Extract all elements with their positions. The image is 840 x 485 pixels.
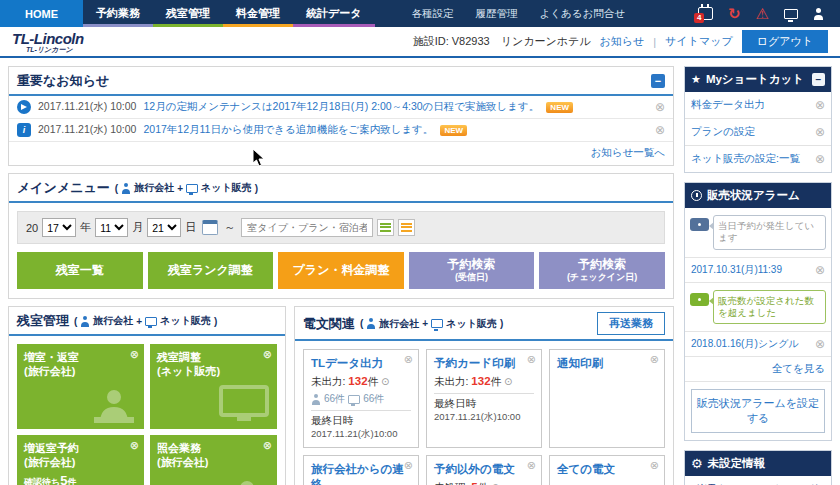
tab-home[interactable]: HOME (0, 0, 83, 27)
add-return-reservation-tile[interactable]: ⊗ 増返室予約 (旅行会社) 確認待ち5件 失敗待ち1件 (17, 435, 144, 485)
sidebar: ★ Myショートカット − 料金データ出力 ⊗ プランの設定 ⊗ ネット販売の設… (684, 66, 832, 485)
collapse-button[interactable]: − (812, 73, 825, 86)
close-icon[interactable]: ⊗ (263, 438, 272, 452)
unset-info-item[interactable]: ■楽天トラベルのパスワード有効期限切れまで後3日です。有効期限が切れるとサイトコ… (685, 476, 831, 485)
refresh-mini-icon[interactable]: ⊙ (504, 376, 512, 387)
tilde-label: ～ (224, 220, 235, 235)
plan-rate-adjust-button[interactable]: プラン・料金調整 (278, 252, 404, 289)
refresh-icon[interactable]: ↻ (728, 6, 741, 21)
inquiry-tasks-tile[interactable]: ⊗ 照会業務 (旅行会社) (150, 435, 277, 485)
monitor-icon[interactable] (784, 9, 798, 19)
logout-button[interactable]: ログアウト (742, 30, 828, 53)
user-icon[interactable] (813, 8, 824, 20)
gear-icon: ⚙ (691, 457, 703, 470)
warning-icon[interactable]: ⚠ (756, 6, 769, 21)
close-icon[interactable]: ⊗ (815, 126, 825, 138)
sales-group-label: ( 旅行会社 + ネット販売 ) (74, 314, 217, 328)
close-icon[interactable]: ⊗ (815, 153, 825, 165)
search-input[interactable] (241, 218, 373, 237)
important-notices-panel: 重要なお知らせ − 2017.11.21(水) 10:00 12月の定期メンテナ… (8, 66, 674, 166)
room-adjust-tile[interactable]: ⊗ 残室調整 (ネット販売) (150, 344, 277, 429)
close-icon[interactable]: ⊗ (527, 353, 536, 366)
close-icon[interactable]: ⊗ (404, 459, 413, 472)
card-title-link[interactable]: 全ての電文 (557, 462, 657, 477)
notices-header: 重要なお知らせ − (9, 67, 673, 96)
close-icon[interactable]: ⊗ (650, 353, 659, 366)
sitemap-link[interactable]: サイトマップ (665, 34, 733, 49)
tab-statistics[interactable]: 統計データ (293, 0, 375, 27)
card-title-link[interactable]: 旅行会社からの連絡 (311, 462, 411, 485)
sales-alarm-panel: 販売状況アラーム 当日予約が発生しています 2017.10.31(月)11:39… (684, 182, 832, 441)
non-reservation-telegram-card: ⊗ 予約以外の電文 未処理: 5件 ⊙ (426, 455, 542, 485)
notice-date: 2017.11.21(水) 10:00 (38, 123, 136, 137)
nav-spacer (375, 0, 401, 27)
travel-agent-icon (366, 318, 376, 329)
close-icon[interactable]: ⊗ (655, 101, 665, 113)
close-icon[interactable]: ⊗ (650, 459, 659, 472)
card-title-link[interactable]: TLデータ出力 (311, 356, 411, 371)
green-list-button[interactable] (377, 219, 394, 236)
card-title-link[interactable]: 予約以外の電文 (434, 462, 534, 477)
datepicker-icon[interactable] (202, 220, 218, 235)
tab-reservation[interactable]: 予約業務 (83, 0, 153, 27)
info-icon: i (17, 123, 31, 137)
view-all-link[interactable]: 全てを見る (772, 362, 825, 374)
tab-settings[interactable]: 各種設定 (401, 0, 465, 27)
room-stock-list-button[interactable]: 残室一覧 (17, 252, 143, 289)
alarm-item: 販売数が設定された数を超えました (685, 283, 831, 332)
card-title-link[interactable]: 通知印刷 (557, 356, 657, 371)
net-sales-icon (348, 395, 360, 404)
close-icon[interactable]: ⊗ (655, 124, 665, 136)
tab-room-stock[interactable]: 残室管理 (153, 0, 223, 27)
close-icon[interactable]: ⊗ (815, 338, 825, 350)
refresh-mini-icon[interactable]: ⊙ (381, 376, 389, 387)
reservation-search-checkin-button[interactable]: 予約検索 (チェックイン日) (539, 252, 665, 289)
person-desk-icon (92, 389, 136, 423)
tab-faq[interactable]: よくあるお問合せ (529, 0, 636, 27)
room-rank-adjust-button[interactable]: 残室ランク調整 (148, 252, 274, 289)
century-label: 20 (26, 222, 38, 234)
close-icon[interactable]: ⊗ (527, 459, 536, 472)
shortcut-link[interactable]: プランの設定 (691, 125, 755, 139)
main-menu-panel: メインメニュー ( 旅行会社 + ネット販売 ) 20 17 年 1 (8, 173, 674, 299)
main-menu-buttons: 残室一覧 残室ランク調整 プラン・料金調整 予約検索 (受信日) 予約検索 (チ… (9, 252, 673, 298)
close-icon[interactable]: ⊗ (815, 99, 825, 111)
header-notice-link[interactable]: お知らせ (600, 34, 645, 49)
day-select[interactable]: 21 (147, 218, 181, 237)
close-icon[interactable]: ⊗ (263, 347, 272, 361)
tab-history[interactable]: 履歴管理 (465, 0, 529, 27)
year-select[interactable]: 17 (42, 218, 76, 237)
notices-list-link[interactable]: お知らせ一覧へ (591, 146, 665, 158)
notice-link[interactable]: 12月の定期メンテナンスは2017年12月18日(月) 2:00～4:30の日程… (143, 100, 539, 114)
resend-tasks-button[interactable]: 再送業務 (597, 312, 665, 335)
bottom-row: 残室管理 ( 旅行会社 + ネット販売 ) ⊗ (8, 306, 674, 485)
shortcut-link[interactable]: 料金データ出力 (691, 98, 765, 112)
alarm-settings-button[interactable]: 販売状況アラームを設定する (691, 389, 825, 433)
alarm-date-link[interactable]: 2018.01.16(月)シングル (691, 337, 799, 351)
alarm-date-link[interactable]: 2017.10.31(月)11:39 (691, 263, 782, 277)
room-management-title: 残室管理 (17, 312, 69, 330)
orange-list-button[interactable] (398, 219, 415, 236)
card-title-link[interactable]: 予約カード印刷 (434, 356, 534, 371)
tab-underline (293, 24, 375, 27)
monitor-icon (219, 385, 269, 423)
calendar-icon[interactable]: 4 (698, 7, 713, 20)
close-icon[interactable]: ⊗ (130, 438, 139, 452)
reservation-search-received-button[interactable]: 予約検索 (受信日) (409, 252, 535, 289)
collapse-button[interactable]: − (651, 74, 665, 88)
sales-group-label: ( 旅行会社 + ネット販売 ) (360, 317, 503, 331)
logo: TL-Lincoln TL-リンカーン (12, 31, 84, 53)
room-management-header: 残室管理 ( 旅行会社 + ネット販売 ) (9, 307, 285, 336)
shortcut-link[interactable]: ネット販売の設定:一覧 (691, 152, 800, 166)
close-icon[interactable]: ⊗ (815, 264, 825, 276)
signal-icon (690, 293, 709, 306)
add-return-rooms-tile[interactable]: ⊗ 増室・返室 (旅行会社) (17, 344, 144, 429)
close-icon[interactable]: ⊗ (130, 347, 139, 361)
month-select[interactable]: 11 (95, 218, 128, 237)
link-separator: | (653, 36, 656, 48)
date-search-bar: 20 17 年 11 月 21 日 ～ (17, 211, 665, 244)
close-icon[interactable]: ⊗ (404, 353, 413, 366)
tab-rates[interactable]: 料金管理 (223, 0, 293, 27)
all-telegrams-card: ⊗ 全ての電文 (549, 455, 665, 485)
notice-link[interactable]: 2017年12月11日から使用できる追加機能をご案内致します。 (143, 123, 433, 137)
